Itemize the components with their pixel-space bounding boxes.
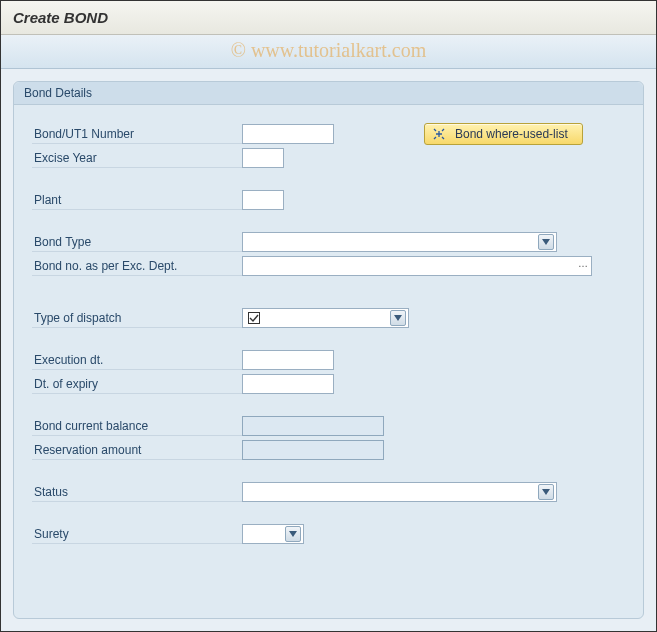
bond-no-exc-dept-input[interactable]: … xyxy=(242,256,592,276)
label-bond-no-exc-dept: Bond no. as per Exc. Dept. xyxy=(32,256,242,276)
where-used-label: Bond where-used-list xyxy=(455,127,568,141)
window-header: Create BOND xyxy=(1,1,656,35)
application-toolbar xyxy=(1,35,656,69)
dt-of-expiry-input[interactable] xyxy=(242,374,334,394)
label-status: Status xyxy=(32,482,242,502)
type-of-dispatch-select[interactable] xyxy=(242,308,409,328)
label-dt-of-expiry: Dt. of expiry xyxy=(32,374,242,394)
value-help-icon: … xyxy=(578,258,588,269)
chevron-down-icon xyxy=(390,310,406,326)
label-type-of-dispatch: Type of dispatch xyxy=(32,308,242,328)
where-used-icon xyxy=(431,126,447,142)
form-body: Bond/UT1 Number Bond where-used-list Exc… xyxy=(14,105,643,557)
groupbox-title: Bond Details xyxy=(14,82,643,105)
chevron-down-icon xyxy=(538,234,554,250)
label-execution-dt: Execution dt. xyxy=(32,350,242,370)
bond-type-select[interactable] xyxy=(242,232,557,252)
excise-year-input[interactable] xyxy=(242,148,284,168)
reservation-amount-display xyxy=(242,440,384,460)
chevron-down-icon xyxy=(285,526,301,542)
bond-details-groupbox: Bond Details Bond/UT1 Number Bond where-… xyxy=(13,81,644,619)
label-plant: Plant xyxy=(32,190,242,210)
page-title: Create BOND xyxy=(13,9,108,26)
bond-where-used-list-button[interactable]: Bond where-used-list xyxy=(424,123,583,145)
content-area: Bond Details Bond/UT1 Number Bond where-… xyxy=(1,69,656,631)
label-reservation-amount: Reservation amount xyxy=(32,440,242,460)
checkbox-icon xyxy=(247,311,261,325)
status-select[interactable] xyxy=(242,482,557,502)
execution-dt-input[interactable] xyxy=(242,350,334,370)
label-bond-type: Bond Type xyxy=(32,232,242,252)
bond-ut1-number-input[interactable] xyxy=(242,124,334,144)
plant-input[interactable] xyxy=(242,190,284,210)
label-excise-year: Excise Year xyxy=(32,148,242,168)
surety-select[interactable] xyxy=(242,524,304,544)
label-surety: Surety xyxy=(32,524,242,544)
label-bond-current-balance: Bond current balance xyxy=(32,416,242,436)
chevron-down-icon xyxy=(538,484,554,500)
label-bond-ut1-number: Bond/UT1 Number xyxy=(32,124,242,144)
bond-current-balance-display xyxy=(242,416,384,436)
